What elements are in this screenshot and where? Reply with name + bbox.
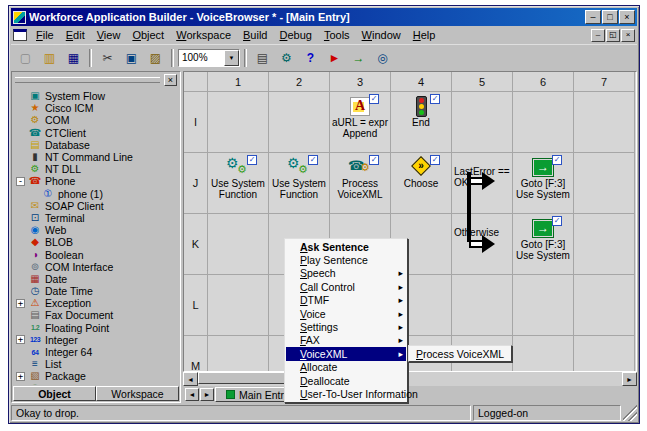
mdi-restore-icon[interactable]: ◱ xyxy=(606,29,620,42)
run-icon[interactable]: → xyxy=(347,48,370,68)
tree-item-integer-64[interactable]: 64Integer 64 xyxy=(16,346,180,358)
grid-cell[interactable] xyxy=(574,336,635,372)
menu-tools[interactable]: Tools xyxy=(318,27,356,43)
mdi-close-icon[interactable]: × xyxy=(621,29,635,42)
menu-workspace[interactable]: Workspace xyxy=(170,27,237,43)
tree-item-nt-command-line[interactable]: ▮NT Command Line xyxy=(16,151,180,163)
tree-item-terminal[interactable]: ⊡Terminal xyxy=(16,212,180,224)
grid-cell[interactable] xyxy=(574,92,635,153)
maximize-icon[interactable]: □ xyxy=(602,10,618,24)
tab-scroll-left-icon[interactable]: ◄ xyxy=(185,388,199,401)
minimize-icon[interactable]: – xyxy=(585,10,601,24)
checkbox-icon[interactable]: ✓ xyxy=(552,155,562,165)
mdi-minimize-icon[interactable]: – xyxy=(591,29,605,42)
tree-item-com[interactable]: ⚙COM xyxy=(16,114,180,126)
cell-goto-2[interactable]: → ✓ Goto [F:3] Use System xyxy=(513,214,574,275)
grid-cell[interactable] xyxy=(208,336,269,372)
checkbox-icon[interactable]: ✓ xyxy=(552,216,562,226)
tree-item-ctclient[interactable]: ☎CTClient xyxy=(16,127,180,139)
open-icon[interactable]: ▥ xyxy=(38,48,61,68)
select-pointer-icon[interactable]: ► xyxy=(323,48,346,68)
expand-icon[interactable]: + xyxy=(16,335,25,344)
grid-cell[interactable] xyxy=(452,275,513,336)
tab-scroll-right-icon[interactable]: ► xyxy=(200,388,214,401)
tree-item-cisco-icm[interactable]: ★Cisco ICM xyxy=(16,102,180,114)
scrollbar-track[interactable] xyxy=(198,372,622,386)
menu-build[interactable]: Build xyxy=(237,27,273,43)
menu-item-user-to-user-information[interactable]: User-To-User Information xyxy=(286,387,406,400)
grid-cell[interactable] xyxy=(574,153,635,214)
scroll-left-icon[interactable]: ◄ xyxy=(183,372,198,386)
dropdown-arrow-icon[interactable]: ▼ xyxy=(224,50,239,66)
tree-item-soap-client[interactable]: ✉SOAP Client xyxy=(16,200,180,212)
tree-item-date[interactable]: ▦Date xyxy=(16,273,180,285)
menu-item-process-voicexml[interactable]: Process VoiceXML xyxy=(410,347,510,360)
menu-window[interactable]: Window xyxy=(356,27,407,43)
cell-assign[interactable]: A ✓ aURL = expr Append xyxy=(330,92,391,153)
menu-item-speech[interactable]: Speech▸ xyxy=(286,267,406,280)
menu-item-play-sentence[interactable]: Play Sentence xyxy=(286,253,406,266)
menu-item-voicexml[interactable]: VoiceXML▸ xyxy=(286,347,406,360)
resize-grip[interactable] xyxy=(623,405,637,421)
checkbox-icon[interactable]: ✓ xyxy=(369,94,379,104)
menu-file[interactable]: File xyxy=(30,27,60,43)
menu-item-fax[interactable]: FAX▸ xyxy=(286,334,406,347)
menu-item-ask-sentence[interactable]: Ask Sentence xyxy=(286,240,406,253)
tree-item-date-time[interactable]: ◷Date Time xyxy=(16,285,180,297)
grid-cell[interactable] xyxy=(574,275,635,336)
tree-item-web[interactable]: ◉Web xyxy=(16,224,180,236)
cell-end[interactable]: ✓ End xyxy=(391,92,452,153)
tree-item-nt-dll[interactable]: ⚙NT DLL xyxy=(16,163,180,175)
grid-cell[interactable] xyxy=(269,92,330,153)
new-icon[interactable]: ▢ xyxy=(14,48,37,68)
copy-icon[interactable]: ▣ xyxy=(120,48,143,68)
grid-cell[interactable] xyxy=(513,275,574,336)
flow-canvas[interactable]: 1 2 3 4 5 6 7 I J K L M xyxy=(183,71,637,372)
checkbox-icon[interactable]: ✓ xyxy=(430,155,440,165)
panel-grip[interactable] xyxy=(15,77,160,83)
paste-icon[interactable]: ▨ xyxy=(144,48,167,68)
menu-item-settings[interactable]: Settings▸ xyxy=(286,320,406,333)
tree-item-blob[interactable]: ◆BLOB xyxy=(16,236,180,248)
tree-item-list[interactable]: ≡List xyxy=(16,358,180,370)
expand-icon[interactable]: + xyxy=(16,299,25,308)
tree-item-com-interface[interactable]: ⊚COM Interface xyxy=(16,261,180,273)
grid-cell[interactable] xyxy=(208,275,269,336)
tab-object[interactable]: Object xyxy=(13,386,96,401)
cell-use-system-function-1[interactable]: ⚙⚙ ✓ Use System Function xyxy=(208,153,269,214)
tree-item-integer[interactable]: +123Integer xyxy=(16,334,180,346)
cell-goto-1[interactable]: → ✓ Goto [F:3] Use System xyxy=(513,153,574,214)
cell-choose[interactable]: » ✓ Choose xyxy=(391,153,452,214)
checkbox-icon[interactable]: ✓ xyxy=(369,155,379,165)
tree-item-phone[interactable]: -☎Phone xyxy=(16,175,180,187)
menu-debug[interactable]: Debug xyxy=(273,27,317,43)
tree-item-phone-1[interactable]: ①phone (1) xyxy=(16,188,180,200)
grid-cell[interactable] xyxy=(574,214,635,275)
menu-item-deallocate[interactable]: Deallocate xyxy=(286,374,406,387)
menu-object[interactable]: Object xyxy=(126,27,170,43)
help-icon[interactable]: ? xyxy=(299,48,322,68)
tree-item-boolean[interactable]: ◑Boolean xyxy=(16,248,180,260)
menu-item-dtmf[interactable]: DTMF▸ xyxy=(286,294,406,307)
tree-item-exception[interactable]: +⚠Exception xyxy=(16,297,180,309)
expand-icon[interactable]: + xyxy=(16,372,25,381)
menu-edit[interactable]: Edit xyxy=(60,27,91,43)
menu-help[interactable]: Help xyxy=(407,27,442,43)
grid-cell[interactable] xyxy=(208,214,269,275)
find-icon[interactable]: ◎ xyxy=(371,48,394,68)
settings-gear-icon[interactable]: ⚙ xyxy=(275,48,298,68)
grid-cell[interactable] xyxy=(513,336,574,372)
scroll-right-icon[interactable]: ► xyxy=(622,372,637,386)
checkbox-icon[interactable]: ✓ xyxy=(308,155,318,165)
grid-cell[interactable] xyxy=(208,92,269,153)
panel-close-icon[interactable]: × xyxy=(164,74,177,86)
save-icon[interactable]: ▦ xyxy=(62,48,85,68)
tree-item-system-flow[interactable]: ▣System Flow xyxy=(16,90,180,102)
mdi-document-icon[interactable] xyxy=(13,29,27,41)
menu-item-voice[interactable]: Voice▸ xyxy=(286,307,406,320)
menu-view[interactable]: View xyxy=(91,27,127,43)
cell-use-system-function-2[interactable]: ⚙⚙ ✓ Use System Function xyxy=(269,153,330,214)
scrollbar-thumb[interactable] xyxy=(198,372,290,384)
close-icon[interactable]: × xyxy=(619,10,635,24)
zoom-select[interactable]: 100% ▼ xyxy=(178,49,240,67)
